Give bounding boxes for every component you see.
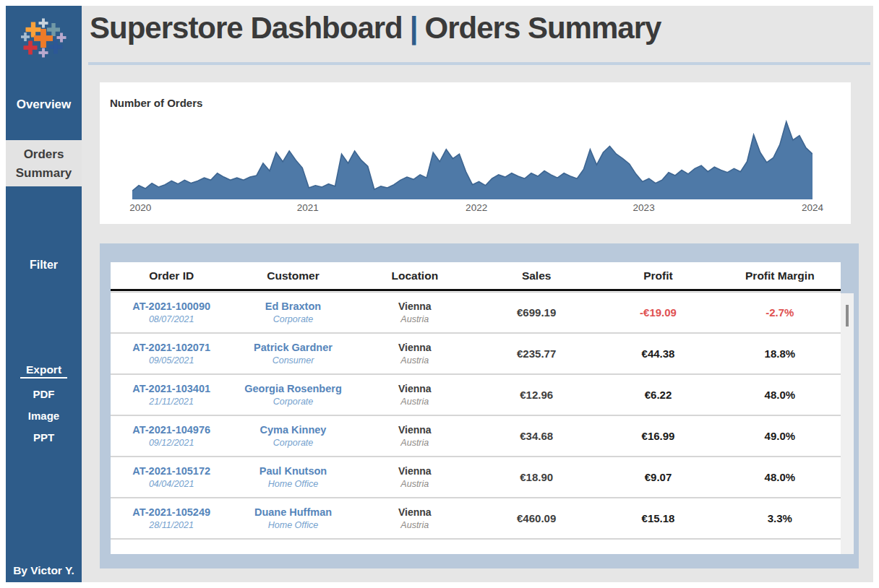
cell-profit: €6.22: [597, 389, 719, 401]
sidebar-item-overview[interactable]: Overview: [6, 87, 82, 123]
orders-table-card: Order ID Customer Location Sales Profit …: [100, 243, 859, 568]
chart-x-axis: 2020 2021 2022 2023 2024: [132, 202, 812, 217]
cell-customer: Ed Braxton: [232, 300, 353, 313]
cell-sales: €12.96: [476, 389, 597, 401]
col-header-profit: Profit: [597, 269, 719, 282]
cell-margin: 48.0%: [719, 471, 841, 483]
export-option-ppt[interactable]: PPT: [6, 429, 82, 446]
col-header-sales: Sales: [476, 269, 597, 282]
cell-city: Vienna: [354, 423, 476, 436]
cell-profit: €15.18: [597, 512, 719, 524]
cell-sales: €34.68: [476, 430, 597, 442]
cell-order-id: AT-2021-105249: [111, 506, 232, 519]
sidebar: Overview Orders Summary Filter Export PD…: [6, 6, 82, 582]
table-row[interactable]: AT-2021-100090 08/07/2021 Ed Braxton Cor…: [111, 293, 841, 334]
cell-customer: Georgia Rosenberg: [232, 382, 353, 395]
x-tick-2020: 2020: [129, 202, 151, 213]
cell-country: Austria: [354, 313, 476, 326]
cell-order-id: AT-2021-100090: [111, 300, 232, 313]
page-title: Superstore Dashboard|Orders Summary: [90, 11, 661, 46]
col-header-customer: Customer: [232, 269, 353, 282]
cell-margin: 3.3%: [719, 512, 841, 524]
table-row[interactable]: AT-2021-105249 28/11/2021 Duane Huffman …: [111, 498, 841, 540]
cell-customer: Evan Henry: [232, 553, 353, 555]
cell-order-date: 09/12/2021: [111, 436, 232, 449]
cell-segment: Home Office: [232, 519, 353, 532]
col-header-location: Location: [354, 269, 476, 282]
title-divider: [88, 62, 870, 65]
cell-country: Austria: [354, 436, 476, 449]
cell-order-id: AT-2021-102071: [111, 341, 232, 354]
tableau-logo-icon: [20, 17, 67, 61]
cell-segment: Corporate: [232, 395, 353, 408]
page-title-right: Orders Summary: [425, 11, 661, 45]
cell-country: Austria: [354, 395, 476, 408]
cell-city: Vienna: [354, 300, 476, 313]
table-row[interactable]: AT-2021-102071 09/05/2021 Patrick Gardne…: [111, 334, 841, 375]
cell-city: Linz: [354, 553, 476, 555]
table-row[interactable]: AT-2021-105172 04/04/2021 Paul Knutson H…: [111, 457, 841, 498]
cell-margin: 49.0%: [719, 430, 841, 442]
page-title-left: Superstore Dashboard: [90, 11, 403, 45]
orders-table: Order ID Customer Location Sales Profit …: [111, 262, 841, 554]
tableau-logo-svg: [20, 17, 67, 61]
table-scrollbar-thumb[interactable]: [846, 305, 849, 327]
x-tick-2022: 2022: [466, 202, 487, 213]
cell-profit: €9.07: [597, 471, 719, 483]
col-header-profit-margin: Profit Margin: [719, 269, 841, 282]
cell-segment: Home Office: [232, 477, 353, 490]
export-label: Export: [20, 363, 67, 379]
cell-order-date: 28/11/2021: [111, 519, 232, 532]
cell-sales: €699.19: [476, 306, 597, 319]
table-scrollbar[interactable]: [841, 293, 854, 554]
cell-customer: Patrick Gardner: [232, 341, 353, 354]
table-row[interactable]: AT-2021-105340 Evan Henry Linz: [111, 540, 841, 554]
cell-city: Vienna: [354, 464, 476, 477]
cell-sales: €235.77: [476, 347, 597, 360]
cell-order-id: AT-2021-105172: [111, 464, 232, 477]
cell-profit: €44.38: [597, 347, 719, 360]
x-tick-2024: 2024: [802, 202, 823, 213]
cell-order-id: AT-2021-104976: [111, 423, 232, 436]
cell-profit: €16.99: [597, 430, 719, 442]
orders-chart-card: Number of Orders 2020 2021 2022 2023 202…: [100, 82, 851, 224]
cell-order-date: 09/05/2021: [111, 354, 232, 367]
cell-country: Austria: [354, 519, 476, 532]
export-button[interactable]: Export: [6, 360, 82, 380]
author-credit: By Victor Y.: [6, 564, 82, 577]
cell-segment: Corporate: [232, 436, 353, 449]
cell-segment: Corporate: [232, 313, 353, 326]
cell-order-date: 04/04/2021: [111, 477, 232, 490]
cell-segment: Consumer: [232, 354, 353, 367]
sidebar-item-filter[interactable]: Filter: [6, 254, 82, 276]
table-row[interactable]: AT-2021-104976 09/12/2021 Cyma Kinney Co…: [111, 416, 841, 457]
chart-title: Number of Orders: [110, 97, 202, 109]
sidebar-item-orders-summary[interactable]: Orders Summary: [6, 140, 82, 186]
cell-customer: Paul Knutson: [232, 464, 353, 477]
cell-sales: €18.90: [476, 471, 597, 483]
export-option-image[interactable]: Image: [6, 407, 82, 425]
export-option-pdf[interactable]: PDF: [6, 386, 82, 403]
page-title-separator: |: [403, 11, 425, 45]
cell-order-date: 08/07/2021: [111, 313, 232, 326]
cell-city: Vienna: [354, 341, 476, 354]
table-header-row: Order ID Customer Location Sales Profit …: [111, 262, 841, 291]
cell-customer: Duane Huffman: [232, 506, 353, 519]
cell-country: Austria: [354, 354, 476, 367]
col-header-order-id: Order ID: [111, 269, 232, 282]
x-tick-2021: 2021: [297, 202, 319, 213]
cell-city: Vienna: [354, 382, 476, 395]
cell-customer: Cyma Kinney: [232, 423, 353, 436]
table-row[interactable]: AT-2021-103401 21/11/2021 Georgia Rosenb…: [111, 375, 841, 416]
cell-order-id: AT-2021-105340: [111, 553, 232, 555]
cell-order-date: 21/11/2021: [111, 395, 232, 408]
cell-profit: -€19.09: [597, 306, 719, 319]
orders-area-chart[interactable]: [132, 118, 812, 199]
cell-country: Austria: [354, 477, 476, 490]
x-tick-2023: 2023: [633, 202, 655, 213]
cell-margin: 18.8%: [719, 347, 841, 360]
area-fill: [132, 121, 812, 199]
cell-city: Vienna: [354, 506, 476, 519]
cell-margin: -2.7%: [719, 306, 841, 319]
table-body: AT-2021-100090 08/07/2021 Ed Braxton Cor…: [111, 293, 841, 554]
